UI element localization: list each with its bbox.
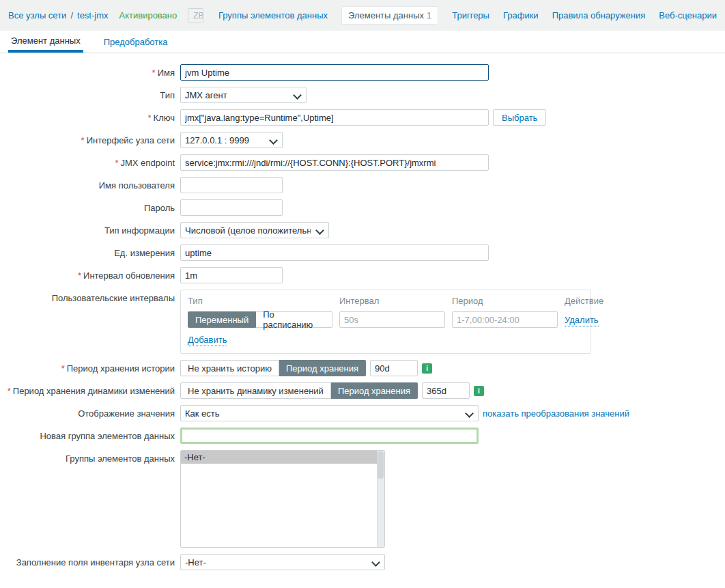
key-select-button[interactable]: Выбрать	[493, 109, 546, 126]
trends-mode-toggle: Не хранить динамику изменений Период хра…	[180, 382, 418, 399]
interval-period-input[interactable]	[452, 311, 558, 328]
interval-col-interval: Интервал	[339, 296, 445, 311]
interface-select-wrap: 127.0.0.1 : 9999	[180, 132, 283, 148]
update-interval-input[interactable]	[180, 267, 283, 283]
name-label: *Имя	[0, 64, 175, 78]
inventory-select-wrap: -Нет-	[180, 554, 385, 570]
custom-intervals-table: Тип Интервал Период Действие Переменный …	[180, 290, 591, 354]
jmx-endpoint-input[interactable]	[180, 154, 489, 171]
history-info-icon[interactable]: i	[422, 363, 432, 374]
host-nav: Группы элементов данных Элементы данных1…	[218, 6, 717, 25]
nav-item-items-active[interactable]: Элементы данных1	[341, 6, 438, 25]
breadcrumb-separator: /	[70, 10, 73, 20]
new-application-input[interactable]	[180, 428, 479, 444]
interval-col-period: Период	[452, 296, 558, 311]
trends-storage-button[interactable]: Период хранения	[331, 382, 418, 399]
history-storage-button[interactable]: Период хранения	[279, 360, 366, 376]
key-label: *Ключ	[0, 109, 175, 123]
form-row-history: *Период хранения истории Не хранить исто…	[0, 360, 725, 376]
host-status-badge: Активировано	[119, 10, 177, 20]
update-interval-label: *Интервал обновления	[0, 267, 175, 281]
form-row-username: Имя пользователя	[0, 177, 725, 193]
units-label: Ед. измерения	[0, 244, 175, 258]
form-row-trends: *Период хранения динамики изменений Не х…	[0, 382, 725, 399]
form-row-key: *Ключ Выбрать	[0, 109, 725, 126]
required-asterisk: *	[81, 135, 85, 145]
info-type-select-wrap: Числовой (целое положительное)	[180, 222, 329, 238]
type-label: Тип	[0, 87, 175, 100]
form-row-units: Ед. измерения	[0, 244, 725, 261]
nav-item-triggers[interactable]: Триггеры	[452, 10, 489, 20]
badge-zbx: ZBX	[188, 9, 203, 23]
required-asterisk: *	[152, 68, 156, 78]
interval-type-toggle: Переменный По расписанию	[188, 311, 332, 328]
interval-delay-input[interactable]	[339, 311, 445, 328]
form-row-new-application: Новая группа элементов данных	[0, 428, 725, 444]
form-row-value-map: Отображение значения Как есть показать п…	[0, 405, 725, 421]
nav-item-discovery-rules[interactable]: Правила обнаружения	[552, 10, 646, 20]
history-off-button[interactable]: Не хранить историю	[180, 360, 279, 376]
nav-item-items-label: Элементы данных	[348, 10, 424, 20]
breadcrumb-host[interactable]: test-jmx	[77, 10, 109, 20]
item-tabs: Элемент данных Предобработка	[0, 31, 725, 53]
interval-col-action: Действие	[565, 296, 603, 311]
form-row-applications: Группы элементов данных -Нет-	[0, 450, 725, 548]
trends-label: *Период хранения динамики изменений	[0, 382, 175, 396]
name-input[interactable]	[180, 64, 489, 81]
key-input[interactable]	[180, 109, 489, 126]
interface-label: *Интерфейс узла сети	[0, 132, 175, 145]
password-input[interactable]	[180, 199, 283, 216]
value-map-select-wrap: Как есть	[180, 405, 479, 421]
nav-item-applications[interactable]: Группы элементов данных	[218, 10, 328, 20]
availability-badges: ZBX SNMP JMX IPMI	[188, 8, 203, 23]
tab-preprocessing[interactable]: Предобработка	[101, 31, 171, 53]
value-map-select[interactable]: Как есть	[180, 405, 479, 421]
form-row-info-type: Тип информации Числовой (целое положител…	[0, 222, 725, 238]
required-asterisk: *	[78, 270, 81, 281]
form-row-name: *Имя	[0, 64, 725, 81]
nav-item-graphs[interactable]: Графики	[503, 10, 539, 20]
show-value-mappings-link[interactable]: показать преобразования значений	[483, 408, 629, 419]
applications-label: Группы элементов данных	[0, 450, 175, 464]
required-asterisk: *	[61, 363, 65, 374]
nav-item-items-count: 1	[427, 10, 431, 20]
interval-type-flexible-button[interactable]: Переменный	[188, 311, 256, 328]
inventory-select[interactable]: -Нет-	[180, 554, 385, 570]
inventory-label: Заполнение поля инвентаря узла сети	[0, 554, 175, 568]
listbox-scrollbar[interactable]	[377, 451, 384, 547]
interval-add-link[interactable]: Добавить	[188, 335, 227, 346]
applications-listbox[interactable]: -Нет-	[180, 450, 385, 548]
custom-intervals-label: Пользовательские интервалы	[0, 290, 175, 303]
breadcrumb-all-hosts[interactable]: Все узлы сети	[8, 10, 66, 20]
trends-period-input[interactable]	[422, 382, 470, 399]
interval-remove-link[interactable]: Удалить	[565, 315, 599, 326]
info-type-label: Тип информации	[0, 222, 175, 236]
host-navigation-bar: Все узлы сети / test-jmx Активировано ZB…	[0, 0, 725, 31]
jmx-endpoint-label: *JMX endpoint	[0, 154, 175, 168]
tab-item[interactable]: Элемент данных	[8, 31, 83, 53]
username-input[interactable]	[180, 177, 283, 193]
applications-option-none[interactable]: -Нет-	[181, 451, 377, 464]
trends-off-button[interactable]: Не хранить динамику изменений	[180, 382, 331, 399]
form-row-type: Тип JMX агент	[0, 87, 725, 103]
form-row-interface: *Интерфейс узла сети 127.0.0.1 : 9999	[0, 132, 725, 148]
form-row-password: Пароль	[0, 199, 725, 216]
form-row-custom-intervals: Пользовательские интервалы Тип Интервал …	[0, 290, 725, 354]
trends-info-icon[interactable]: i	[474, 386, 484, 396]
password-label: Пароль	[0, 199, 175, 213]
info-type-select[interactable]: Числовой (целое положительное)	[180, 222, 329, 238]
history-mode-toggle: Не хранить историю Период хранения	[180, 360, 366, 376]
nav-item-web-scenarios[interactable]: Веб-сценарии	[659, 10, 717, 20]
type-select[interactable]: JMX агент	[180, 87, 307, 103]
form-row-update-interval: *Интервал обновления	[0, 267, 725, 283]
username-label: Имя пользователя	[0, 177, 175, 191]
required-asterisk: *	[148, 113, 152, 123]
type-select-wrap: JMX агент	[180, 87, 307, 103]
required-asterisk: *	[8, 386, 11, 396]
form-row-jmx-endpoint: *JMX endpoint	[0, 154, 725, 171]
form-row-inventory: Заполнение поля инвентаря узла сети -Нет…	[0, 554, 725, 570]
interval-type-scheduling-button[interactable]: По расписанию	[256, 311, 332, 328]
history-period-input[interactable]	[370, 360, 418, 376]
units-input[interactable]	[180, 244, 489, 261]
interface-select[interactable]: 127.0.0.1 : 9999	[180, 132, 283, 148]
